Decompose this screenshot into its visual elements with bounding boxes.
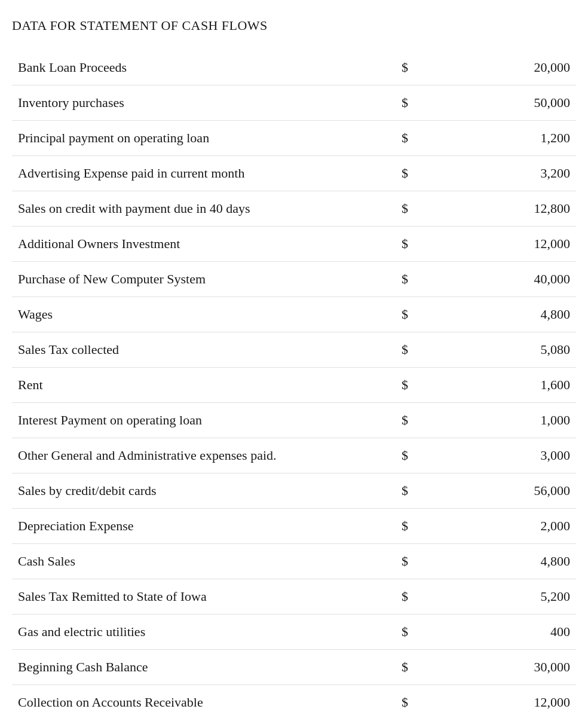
row-dollar-sign: $	[396, 685, 452, 710]
row-amount: 1,600	[452, 368, 576, 403]
row-label: Inventory purchases	[12, 85, 396, 121]
row-dollar-sign: $	[396, 650, 452, 685]
row-label: Additional Owners Investment	[12, 227, 396, 262]
row-amount: 4,800	[452, 297, 576, 332]
page-title: DATA FOR STATEMENT OF CASH FLOWS	[12, 18, 576, 38]
row-dollar-sign: $	[396, 50, 452, 85]
row-amount: 56,000	[452, 473, 576, 509]
row-dollar-sign: $	[396, 438, 452, 473]
table-row: Principal payment on operating loan$1,20…	[12, 121, 576, 156]
row-label: Sales Tax Remitted to State of Iowa	[12, 579, 396, 615]
row-label: Other General and Administrative expense…	[12, 438, 396, 473]
row-dollar-sign: $	[396, 473, 452, 509]
table-row: Bank Loan Proceeds$20,000	[12, 50, 576, 85]
row-dollar-sign: $	[396, 227, 452, 262]
row-label: Bank Loan Proceeds	[12, 50, 396, 85]
row-label: Cash Sales	[12, 544, 396, 579]
table-row: Sales by credit/debit cards$56,000	[12, 473, 576, 509]
row-dollar-sign: $	[396, 615, 452, 650]
table-row: Other General and Administrative expense…	[12, 438, 576, 473]
table-row: Depreciation Expense$2,000	[12, 509, 576, 544]
row-dollar-sign: $	[396, 544, 452, 579]
table-row: Sales on credit with payment due in 40 d…	[12, 191, 576, 227]
row-dollar-sign: $	[396, 85, 452, 121]
table-row: Sales Tax collected$5,080	[12, 332, 576, 368]
row-dollar-sign: $	[396, 191, 452, 227]
row-amount: 1,000	[452, 403, 576, 438]
row-amount: 12,800	[452, 191, 576, 227]
row-amount: 40,000	[452, 262, 576, 297]
row-label: Gas and electric utilities	[12, 615, 396, 650]
row-amount: 30,000	[452, 650, 576, 685]
row-dollar-sign: $	[396, 368, 452, 403]
row-amount: 5,080	[452, 332, 576, 368]
cash-flows-table: Bank Loan Proceeds$20,000Inventory purch…	[12, 50, 576, 709]
table-row: Collection on Accounts Receivable$12,000	[12, 685, 576, 710]
row-label: Rent	[12, 368, 396, 403]
table-row: Inventory purchases$50,000	[12, 85, 576, 121]
row-dollar-sign: $	[396, 121, 452, 156]
row-label: Purchase of New Computer System	[12, 262, 396, 297]
table-row: Advertising Expense paid in current mont…	[12, 156, 576, 191]
row-dollar-sign: $	[396, 332, 452, 368]
page-container: DATA FOR STATEMENT OF CASH FLOWS Bank Lo…	[12, 18, 576, 709]
row-label: Interest Payment on operating loan	[12, 403, 396, 438]
row-label: Beginning Cash Balance	[12, 650, 396, 685]
table-row: Purchase of New Computer System$40,000	[12, 262, 576, 297]
table-row: Interest Payment on operating loan$1,000	[12, 403, 576, 438]
row-amount: 20,000	[452, 50, 576, 85]
row-label: Sales Tax collected	[12, 332, 396, 368]
table-row: Gas and electric utilities$400	[12, 615, 576, 650]
row-dollar-sign: $	[396, 509, 452, 544]
row-label: Sales by credit/debit cards	[12, 473, 396, 509]
table-row: Cash Sales$4,800	[12, 544, 576, 579]
row-dollar-sign: $	[396, 156, 452, 191]
row-label: Wages	[12, 297, 396, 332]
row-amount: 12,000	[452, 685, 576, 710]
row-amount: 1,200	[452, 121, 576, 156]
row-amount: 50,000	[452, 85, 576, 121]
row-label: Sales on credit with payment due in 40 d…	[12, 191, 396, 227]
row-amount: 3,200	[452, 156, 576, 191]
row-amount: 3,000	[452, 438, 576, 473]
row-dollar-sign: $	[396, 297, 452, 332]
row-dollar-sign: $	[396, 403, 452, 438]
row-dollar-sign: $	[396, 579, 452, 615]
row-label: Principal payment on operating loan	[12, 121, 396, 156]
row-label: Depreciation Expense	[12, 509, 396, 544]
row-dollar-sign: $	[396, 262, 452, 297]
row-amount: 5,200	[452, 579, 576, 615]
table-row: Beginning Cash Balance$30,000	[12, 650, 576, 685]
row-label: Advertising Expense paid in current mont…	[12, 156, 396, 191]
row-amount: 12,000	[452, 227, 576, 262]
table-row: Wages$4,800	[12, 297, 576, 332]
row-label: Collection on Accounts Receivable	[12, 685, 396, 710]
table-row: Rent$1,600	[12, 368, 576, 403]
table-row: Additional Owners Investment$12,000	[12, 227, 576, 262]
row-amount: 400	[452, 615, 576, 650]
row-amount: 2,000	[452, 509, 576, 544]
row-amount: 4,800	[452, 544, 576, 579]
table-row: Sales Tax Remitted to State of Iowa$5,20…	[12, 579, 576, 615]
